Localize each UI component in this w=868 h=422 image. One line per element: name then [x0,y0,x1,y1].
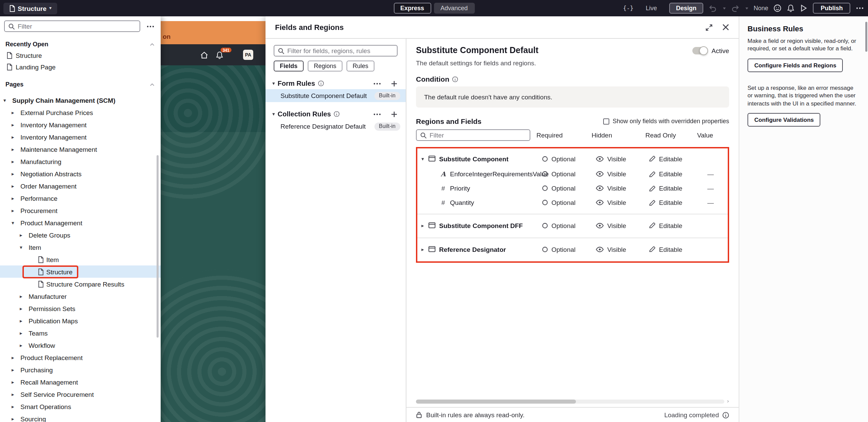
chevron-down-icon[interactable]: ▾ [3,97,10,103]
code-icon[interactable]: {-} [623,5,633,12]
value-cell[interactable]: — [707,199,714,206]
chevron-right-icon[interactable]: ▸ [20,232,26,238]
sidebar-item-negotiation-abstracts[interactable]: ▸Negotiation Abstracts [0,167,161,180]
sidebar-item-publication-maps[interactable]: ▸Publication Maps [0,314,161,327]
more-options-icon[interactable] [856,7,864,10]
chevron-right-icon[interactable]: ▸ [20,330,26,336]
required-control[interactable]: Optional [542,199,576,206]
notifications-bell-icon[interactable] [787,4,795,12]
hidden-control[interactable]: Visible [596,245,626,253]
chevron-right-icon[interactable]: ▸ [12,391,18,397]
chevron-right-icon[interactable]: ▸ [12,183,18,189]
active-toggle[interactable] [692,47,707,54]
avatar[interactable]: PA [243,50,253,60]
sidebar-item-product-management[interactable]: ▾Product Management [0,216,161,229]
configure-fields-regions-button[interactable]: Configure Fields and Regions [748,59,843,72]
sidebar-item-item[interactable]: ▾Item [0,241,161,253]
chevron-down-icon[interactable]: ▾ [12,220,18,226]
home-icon[interactable] [200,51,208,59]
close-icon[interactable] [722,23,729,31]
rule-item-substitute-component-default[interactable]: Substitute Component DefaultBuilt-in [266,89,406,102]
chevron-right-icon[interactable]: ▸ [421,246,428,252]
feedback-smiley-icon[interactable] [774,4,782,12]
sandbox-selector[interactable]: None [754,5,768,12]
sidebar-item-item[interactable]: Item [0,253,161,265]
chevron-right-icon[interactable]: ▸ [12,134,18,140]
chevron-right-icon[interactable]: ▸ [12,416,18,422]
help-icon[interactable] [334,111,340,117]
chevron-right-icon[interactable]: ▸ [12,379,18,385]
readonly-control[interactable]: Editable [649,199,682,206]
readonly-control[interactable]: Editable [649,170,682,178]
chevron-down-icon[interactable]: ▾ [20,244,26,250]
redo-menu-icon[interactable] [745,7,748,9]
value-cell[interactable]: — [707,184,714,192]
express-mode-button[interactable]: Express [393,3,431,14]
sidebar-item-sourcing[interactable]: ▸Sourcing [0,412,161,422]
chevron-right-icon[interactable]: ▸ [12,367,18,373]
info-icon[interactable] [722,411,729,418]
sidebar-item-purchasing[interactable]: ▸Purchasing [0,363,161,376]
sidebar-item-structure[interactable]: Structure [0,265,161,278]
advanced-mode-button[interactable]: Advanced [434,3,475,14]
hidden-control[interactable]: Visible [596,222,626,229]
chevron-right-icon[interactable]: ▸ [12,354,18,360]
sidebar-item-inventory-management[interactable]: ▸Inventory Management [0,131,161,143]
value-cell[interactable]: — [707,170,714,178]
hidden-control[interactable]: Visible [596,199,626,206]
undo-menu-icon[interactable] [723,7,726,9]
sidebar-item-product-replacement[interactable]: ▸Product Replacement [0,351,161,363]
hidden-control[interactable]: Visible [596,170,626,178]
sidebar-item-supply-chain-management-scm[interactable]: ▾Supply Chain Management (SCM) [0,94,161,106]
pages-header[interactable]: Pages [0,79,161,90]
hidden-control[interactable]: Visible [596,155,626,162]
chevron-right-icon[interactable]: ▸ [20,318,26,324]
chevron-right-icon[interactable]: ▸ [12,403,18,409]
chevron-right-icon[interactable]: ▸ [20,305,26,311]
form-rules-menu-icon[interactable] [373,82,381,85]
sidebar-item-self-service-procurement[interactable]: ▸Self Service Procurement [0,388,161,400]
live-button[interactable]: Live [639,3,664,14]
overridden-checkbox[interactable] [603,118,609,124]
sidebar-item-structure-compare-results[interactable]: Structure Compare Results [0,278,161,290]
sidebar-item-procurement[interactable]: ▸Procurement [0,204,161,216]
required-control[interactable]: Optional [542,245,576,253]
readonly-control[interactable]: Editable [649,184,682,192]
chevron-down-icon[interactable]: ▾ [421,156,428,162]
redo-icon[interactable] [731,4,739,12]
sidebar-item-maintenance-management[interactable]: ▸Maintenance Management [0,143,161,155]
scrollbar-thumb[interactable] [416,399,576,403]
help-icon[interactable] [452,76,458,82]
sidebar-item-smart-operations[interactable]: ▸Smart Operations [0,400,161,412]
hidden-control[interactable]: Visible [596,184,626,192]
rule-item-reference-designator-default[interactable]: Reference Designator DefaultBuilt-in [266,120,406,133]
required-control[interactable]: Optional [542,155,576,162]
chevron-right-icon[interactable]: ▸ [12,171,18,177]
chevron-right-icon[interactable]: ▸ [20,293,26,299]
sidebar-item-permission-sets[interactable]: ▸Permission Sets [0,302,161,314]
sidebar-item-order-management[interactable]: ▸Order Management [0,180,161,192]
readonly-control[interactable]: Editable [649,222,682,229]
tab-rules[interactable]: Rules [347,61,374,71]
page-selector[interactable]: Structure ▾ [3,2,57,14]
expand-panel-icon[interactable] [705,23,713,31]
recent-item-landing-page[interactable]: Landing Page [0,61,161,73]
table-row-substitute-component[interactable]: ▾Substitute ComponentOptionalVisibleEdit… [417,150,728,167]
required-control[interactable]: Optional [542,184,576,192]
chevron-right-icon[interactable]: ▸ [20,342,26,348]
chevron-right-icon[interactable]: ▸ [12,158,18,164]
sidebar-menu-icon[interactable] [144,25,157,28]
sidebar-item-teams[interactable]: ▸Teams [0,327,161,339]
rules-filter-input[interactable] [287,47,393,54]
configure-validations-button[interactable]: Configure Validations [748,113,821,127]
add-form-rule-icon[interactable] [391,80,398,87]
recent-item-structure[interactable]: Structure [0,50,161,61]
design-button[interactable]: Design [669,3,703,14]
chevron-right-icon[interactable]: ▸ [12,146,18,152]
table-row-substitute-component-dff[interactable]: ▸Substitute Component DFFOptionalVisible… [417,217,728,233]
readonly-control[interactable]: Editable [649,245,682,253]
chevron-right-icon[interactable]: ▸ [12,207,18,213]
add-collection-rule-icon[interactable] [391,111,398,117]
table-row-enforceintegerrequirementsvalue[interactable]: AEnforceIntegerRequirementsValueOptional… [417,167,728,181]
horizontal-scrollbar[interactable]: › [416,399,729,404]
